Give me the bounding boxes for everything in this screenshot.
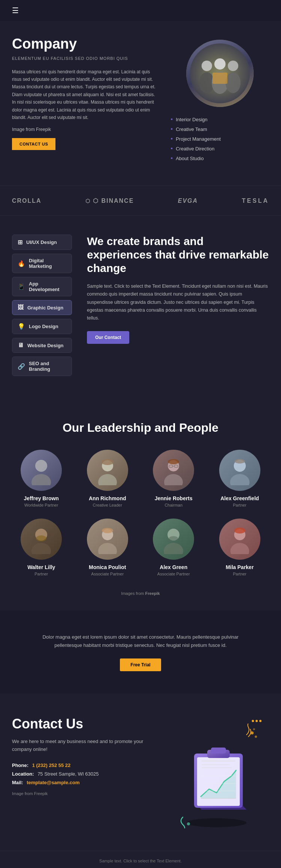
svg-point-30: [169, 536, 178, 541]
service-digital-marketing[interactable]: 🔥 Digital Marketing: [12, 254, 72, 273]
contact-title: Contact Us: [12, 716, 157, 732]
link-project-management[interactable]: Project Management: [171, 134, 269, 144]
company-content-right: Interior Design Creative Team Project Ma…: [171, 36, 269, 163]
link-creative-direction[interactable]: Creative Direction: [171, 144, 269, 153]
cta-body: Dolor magna eget est lorem ipsum dolor s…: [30, 633, 251, 650]
svg-rect-7: [212, 73, 227, 84]
avatar-walter: [21, 519, 62, 560]
cta-section: Dolor magna eget est lorem ipsum dolor s…: [0, 611, 281, 694]
svg-point-12: [102, 459, 114, 465]
member-role-ann: Creative Leader: [78, 503, 137, 507]
leadership-title: Our Leadership and People: [12, 421, 269, 435]
link-interior-design[interactable]: Interior Design: [171, 114, 269, 124]
service-ui-ux[interactable]: ⊞ UI/UX Design: [12, 235, 72, 250]
leadership-image-credit: Images from Freepik: [12, 591, 269, 596]
member-role-walter: Partner: [12, 572, 71, 576]
member-name-jeffrey: Jeffrey Brown: [12, 495, 71, 501]
contact-illustration: [164, 716, 269, 836]
service-seo-branding[interactable]: 🔗 SEO and Branding: [12, 357, 72, 376]
member-role-jeffrey: Worldwide Partner: [12, 503, 71, 507]
avatar-jeffrey: [21, 450, 62, 491]
company-content-left: Company ELEMENTUM EU FACILISIS SED ODIO …: [12, 36, 160, 150]
contact-section: Contact Us We are here to meet any busin…: [0, 694, 281, 851]
member-name-mila: Mila Parker: [211, 564, 269, 570]
link-creative-team[interactable]: Creative Team: [171, 124, 269, 134]
service-app-development[interactable]: 📱 App Development: [12, 277, 72, 296]
services-tagline: We create brands and experiences that dr…: [87, 235, 269, 275]
contact-phone: Phone: 1 (232) 252 55 22: [12, 762, 157, 768]
svg-point-5: [228, 61, 238, 71]
svg-point-24: [36, 535, 46, 541]
logo-design-icon: 💡: [18, 323, 25, 330]
email-link[interactable]: template@sample.com: [27, 780, 79, 785]
app-development-icon: 📱: [18, 283, 25, 290]
brands-section: CROLLA ⬡ BINANCE EVGA TESLA: [0, 186, 281, 216]
member-name-walter: Walter Lilly: [12, 564, 71, 570]
avatar-alex-g: [219, 450, 260, 491]
service-graphic-design[interactable]: 🖼 Graphic Design: [12, 300, 72, 315]
clipboard-svg: [172, 724, 262, 828]
svg-point-23: [31, 543, 51, 554]
our-contact-button[interactable]: Our Contact: [87, 331, 129, 344]
brand-binance: ⬡ BINANCE: [85, 197, 134, 204]
svg-point-27: [102, 528, 113, 533]
member-role-monica: Associate Partner: [78, 572, 137, 576]
digital-marketing-icon: 🔥: [18, 260, 25, 267]
member-role-mila: Partner: [211, 572, 269, 576]
avatar-monica: [87, 519, 128, 560]
dot-2: [256, 720, 258, 722]
member-role-jennie: Chairman: [144, 503, 203, 507]
svg-point-11: [98, 474, 117, 485]
svg-point-20: [230, 474, 250, 485]
services-list: ⊞ UI/UX Design 🔥 Digital Marketing 📱 App…: [12, 235, 72, 380]
contact-mail: Mail: template@sample.com: [12, 780, 157, 785]
contact-us-button[interactable]: CONTACT US: [12, 138, 55, 150]
team-member-walter: Walter Lilly Partner: [12, 519, 71, 576]
member-name-monica: Monica Pouliot: [78, 564, 137, 570]
svg-point-48: [255, 736, 257, 738]
company-body: Massa ultrices mi quis hendrerit dolor m…: [12, 68, 160, 122]
team-member-monica: Monica Pouliot Associate Partner: [78, 519, 137, 576]
navigation: ☰: [0, 0, 281, 21]
member-name-alex-g: Alex Greenfield: [211, 495, 269, 501]
svg-point-33: [234, 528, 245, 534]
svg-point-21: [235, 459, 245, 464]
svg-point-34: [187, 818, 247, 827]
svg-point-14: [164, 474, 183, 485]
company-subtitle: ELEMENTUM EU FACILISIS SED ODIO MORBI QU…: [12, 55, 160, 62]
svg-rect-38: [211, 748, 226, 754]
member-name-alex-green: Alex Green: [144, 564, 203, 570]
contact-desc: We are here to meet any business need an…: [12, 738, 157, 754]
contact-info-list: Phone: 1 (232) 252 55 22 Location: 75 St…: [12, 762, 157, 785]
services-content: We create brands and experiences that dr…: [87, 235, 269, 344]
svg-point-29: [164, 543, 183, 554]
svg-point-47: [251, 731, 254, 734]
clipboard-3d: [172, 724, 262, 828]
team-member-alex-green: Alex Green Associate Partner: [144, 519, 203, 576]
svg-point-9: [31, 474, 51, 485]
team-member-alex-g: Alex Greenfield Partner: [211, 450, 269, 507]
svg-point-1: [202, 61, 212, 71]
team-member-mila: Mila Parker Partner: [211, 519, 269, 576]
svg-point-6: [226, 72, 241, 93]
svg-point-3: [214, 58, 226, 70]
services-body: Sample text. Click to select the Text El…: [87, 282, 269, 322]
leadership-section: Our Leadership and People Jeffrey Brown …: [0, 398, 281, 611]
brand-crolla: CROLLA: [12, 198, 42, 204]
service-website-design[interactable]: 🖥 Website Design: [12, 338, 72, 353]
menu-icon[interactable]: ☰: [12, 6, 19, 15]
dot-3: [259, 720, 262, 722]
team-member-jennie: Jennie Roberts Chairman: [144, 450, 203, 507]
free-trial-button[interactable]: Free Trial: [120, 658, 161, 671]
svg-point-32: [230, 543, 249, 554]
link-about-studio[interactable]: About Studio: [171, 153, 269, 163]
company-photo-svg: [190, 43, 250, 103]
company-title: Company: [12, 36, 160, 52]
phone-link[interactable]: 1 (232) 252 55 22: [32, 762, 71, 768]
avatar-mila: [219, 519, 260, 560]
service-logo-design[interactable]: 💡 Logo Design: [12, 319, 72, 334]
svg-point-50: [187, 822, 190, 825]
avatar-alex-green: [153, 519, 194, 560]
member-name-jennie: Jennie Roberts: [144, 495, 203, 501]
member-role-alex-green: Associate Partner: [144, 572, 203, 576]
